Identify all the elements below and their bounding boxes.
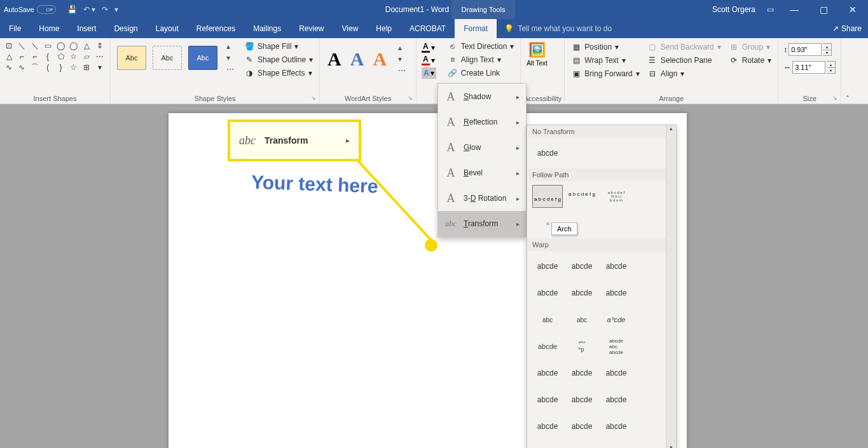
minimize-button[interactable]: — <box>785 4 803 15</box>
warp-15[interactable]: abcde <box>601 362 631 384</box>
warp-21[interactable]: abcde <box>601 415 631 438</box>
warp-6[interactable]: abcde <box>601 282 631 304</box>
paint-bucket-icon: 🪣 <box>244 41 254 51</box>
redo-icon[interactable]: ↷ <box>102 5 108 14</box>
transform-none[interactable]: abcde <box>532 142 563 165</box>
text-fill-button[interactable]: A ▾ <box>422 42 436 53</box>
warp-2[interactable]: abcde <box>567 255 597 278</box>
text-outline-button[interactable]: A ▾ <box>422 55 436 65</box>
transform-arch-down[interactable]: a b c d e f g <box>567 185 597 208</box>
svg-text:a b c d e f g: a b c d e f g <box>534 196 561 202</box>
text-effects-button[interactable]: A ▾ <box>422 67 436 79</box>
dialog-launcher-wordart[interactable]: ↘ <box>408 95 413 101</box>
warp-16[interactable]: abcde <box>532 388 563 411</box>
selection-pane-button[interactable]: ☰Selection Pane <box>646 55 722 66</box>
dd-transform[interactable]: abcTransform▸ <box>438 211 526 236</box>
warp-11[interactable]: ᵃᵇᶜᵇp <box>567 335 597 358</box>
warp-22[interactable]: abcde <box>532 442 563 448</box>
menu-insert[interactable]: Insert <box>68 19 105 38</box>
dd-shadow[interactable]: ASShadowhadow▸ <box>438 84 526 109</box>
warp-12[interactable]: abcdeabcabcde <box>601 335 631 358</box>
rotate-button[interactable]: ⟳Rotate ▾ <box>727 55 773 66</box>
share-button[interactable]: ↗ Share <box>832 24 862 33</box>
wordart-gallery[interactable]: A A A ▴▾⋯ <box>322 39 413 79</box>
warp-23[interactable]: abcde <box>567 442 597 448</box>
text-direction-button[interactable]: ⎋Text Direction ▾ <box>446 41 516 52</box>
menu-help[interactable]: Help <box>367 19 401 38</box>
title-bar: AutoSave Off 💾 ↶ ▾ ↷ ▾ Document1 - Word … <box>0 0 868 19</box>
warp-24[interactable]: abcde <box>601 442 631 448</box>
wrap-text-button[interactable]: ▤Wrap Text ▾ <box>570 55 640 66</box>
send-backward-button[interactable]: ▢Send Backward ▾ <box>646 41 722 53</box>
tooltip-arch: Arch <box>551 222 577 235</box>
menu-acrobat[interactable]: ACROBAT <box>401 19 455 38</box>
warp-20[interactable]: abcde <box>567 415 597 438</box>
undo-icon[interactable]: ↶ ▾ <box>83 5 95 14</box>
dd-bevel[interactable]: ABevel▸ <box>438 160 526 186</box>
close-button[interactable]: ✕ <box>844 4 862 15</box>
menu-layout[interactable]: Layout <box>147 19 188 38</box>
width-icon: ↔ <box>783 63 791 72</box>
bring-forward-button[interactable]: ▣Bring Forward ▾ <box>570 68 640 79</box>
dialog-launcher-shape-styles[interactable]: ↘ <box>311 95 316 101</box>
pencil-icon: ✎ <box>244 55 254 65</box>
user-name[interactable]: Scott Orgera <box>712 5 755 14</box>
transform-scrollbar[interactable]: ▴ ▾ <box>666 125 676 448</box>
warp-3[interactable]: abcde <box>601 255 631 278</box>
alt-text-button[interactable]: 🖼️ Alt Text <box>523 39 550 69</box>
group-button[interactable]: ⊞Group ▾ <box>727 41 773 53</box>
menu-home[interactable]: Home <box>30 19 68 38</box>
warp-19[interactable]: abcde <box>532 415 563 438</box>
maximize-button[interactable]: ▢ <box>815 4 832 15</box>
effects-icon: ◑ <box>244 68 254 78</box>
warp-13[interactable]: abcde <box>532 362 563 384</box>
shape-styles-gallery[interactable]: Abc Abc Abc ▴▾⋯ <box>113 39 240 76</box>
dd-3d-rotation[interactable]: A3-D Rotation▸ <box>438 186 526 211</box>
warp-4[interactable]: abcde <box>532 282 563 304</box>
collapse-ribbon-button[interactable]: ˄ <box>841 38 854 104</box>
shape-outline-button[interactable]: ✎Shape Outline ▾ <box>243 54 314 65</box>
menu-mailings[interactable]: Mailings <box>244 19 290 38</box>
warp-7[interactable]: abc <box>532 308 563 331</box>
warp-1[interactable]: abcde <box>532 255 563 278</box>
warp-18[interactable]: abcde <box>601 388 631 411</box>
section-no-transform: No Transform <box>527 125 666 138</box>
menu-view[interactable]: View <box>333 19 368 38</box>
dialog-launcher-size[interactable]: ↘ <box>832 95 837 101</box>
autosave-toggle[interactable]: AutoSave Off <box>4 5 56 14</box>
shape-effects-button[interactable]: ◑Shape Effects ▾ <box>243 67 314 79</box>
tell-me-search[interactable]: 💡 Tell me what you want to do <box>504 24 612 33</box>
height-field[interactable]: ↕ ▴▾ <box>783 43 836 56</box>
qat-customize-icon[interactable]: ▾ <box>114 5 118 14</box>
warp-8[interactable]: abc <box>567 308 597 331</box>
dd-reflection[interactable]: AReflection▸ <box>438 109 526 135</box>
warp-5[interactable]: abcde <box>567 282 597 304</box>
warp-9[interactable]: aᵇcde <box>601 308 631 331</box>
save-icon[interactable]: 💾 <box>67 5 77 14</box>
menu-file[interactable]: File <box>0 19 30 38</box>
ribbon-display-icon[interactable]: ▭ <box>767 5 774 14</box>
position-button[interactable]: ▦Position ▾ <box>570 41 640 53</box>
menu-design[interactable]: Design <box>105 19 146 38</box>
warp-17[interactable]: abcde <box>567 388 597 411</box>
transform-circle[interactable]: a b c d e fG h i jb d o m <box>601 185 631 208</box>
transform-arch[interactable]: a b c d e f g <box>532 185 563 208</box>
menu-format[interactable]: Format <box>455 19 497 38</box>
shape-fill-button[interactable]: 🪣Shape Fill ▾ <box>243 41 314 52</box>
group-arrange: Arrange <box>567 93 775 104</box>
lightbulb-icon: 💡 <box>504 24 514 33</box>
warp-14[interactable]: abcde <box>567 362 597 384</box>
menu-review[interactable]: Review <box>290 19 333 38</box>
align-text-icon: ≡ <box>448 55 458 65</box>
align-text-button[interactable]: ≡Align Text ▾ <box>446 54 516 65</box>
dd-glow[interactable]: AGlow▸ <box>438 135 526 160</box>
warp-10[interactable]: abcde <box>532 335 563 358</box>
shapes-gallery[interactable]: ⊡＼＼▭◯◯△⇕ △⌐⌐{⬠☆▱⋯ ∿∿⌒(}☆⊞▾ <box>3 39 107 74</box>
glow-a-icon: A <box>444 141 457 154</box>
share-icon: ↗ <box>832 24 839 33</box>
create-link-button[interactable]: 🔗Create Link <box>446 67 516 79</box>
menu-references[interactable]: References <box>188 19 244 38</box>
align-button[interactable]: ⊟Align ▾ <box>646 68 722 79</box>
wordart-text[interactable]: Your text here <box>251 172 378 198</box>
width-field[interactable]: ↔ ▴▾ <box>783 61 836 74</box>
